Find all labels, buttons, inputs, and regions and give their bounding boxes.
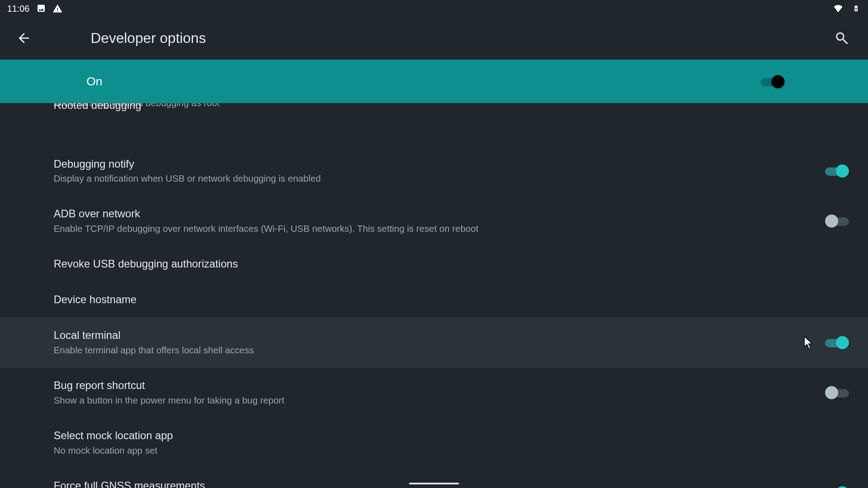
row-title: Select mock location app	[54, 429, 837, 443]
row-force-full-gnss[interactable]: Force full GNSS measurements Track all G…	[0, 468, 868, 488]
row-bug-report-shortcut[interactable]: Bug report shortcut Show a button in the…	[0, 368, 868, 418]
row-subtitle: Show a button in the power menu for taki…	[54, 394, 813, 407]
row-title: Revoke USB debugging authorizations	[54, 257, 837, 271]
row-title: Bug report shortcut	[54, 379, 813, 393]
row-select-mock-location[interactable]: Select mock location app No mock locatio…	[0, 418, 868, 468]
row-rooted-debugging-title-partial: Rooted debugging	[54, 103, 142, 112]
row-device-hostname[interactable]: Device hostname	[0, 282, 868, 318]
row-title: Debugging notify	[54, 157, 813, 171]
row-subtitle: Allow running Android debugging as root	[54, 103, 813, 109]
row-revoke-usb-auth[interactable]: Revoke USB debugging authorizations	[0, 246, 868, 282]
status-clock: 11:06	[7, 3, 30, 13]
force-full-gnss-switch[interactable]	[825, 486, 849, 488]
status-bar: 11:06	[0, 0, 868, 17]
row-title: Local terminal	[54, 329, 813, 343]
gesture-nav-handle[interactable]	[409, 482, 459, 484]
app-bar: Developer options	[0, 17, 868, 60]
row-title: ADB over network	[54, 207, 813, 221]
search-icon	[834, 30, 849, 46]
row-subtitle: Enable terminal app that offers local sh…	[54, 344, 813, 357]
row-subtitle: Display a notification when USB or netwo…	[54, 173, 813, 185]
bug-report-shortcut-switch[interactable]	[825, 386, 849, 399]
arrow-back-icon	[16, 30, 32, 46]
local-terminal-switch[interactable]	[825, 336, 849, 349]
image-notification-icon	[36, 3, 47, 14]
settings-list: Rooted debugging Allow running Android d…	[0, 103, 868, 488]
row-adb-over-network[interactable]: ADB over network Enable TCP/IP debugging…	[0, 196, 868, 246]
row-local-terminal[interactable]: Local terminal Enable terminal app that …	[0, 318, 868, 368]
warning-notification-icon	[52, 3, 63, 14]
back-button[interactable]	[12, 26, 36, 50]
battery-charging-icon	[850, 2, 862, 14]
search-button[interactable]	[830, 26, 854, 50]
master-toggle-label: On	[86, 75, 102, 88]
row-debugging-notify[interactable]: Debugging notify Display a notification …	[0, 146, 868, 196]
wifi-icon	[832, 2, 844, 14]
debugging-notify-switch[interactable]	[825, 164, 849, 178]
adb-over-network-switch[interactable]	[825, 215, 849, 228]
row-subtitle: No mock location app set	[54, 444, 837, 456]
master-toggle-switch[interactable]	[761, 75, 785, 88]
developer-options-master-toggle-row[interactable]: On	[0, 60, 868, 103]
page-title: Developer options	[90, 30, 206, 47]
row-subtitle: Enable TCP/IP debugging over network int…	[54, 223, 813, 235]
row-title: Device hostname	[54, 293, 837, 306]
